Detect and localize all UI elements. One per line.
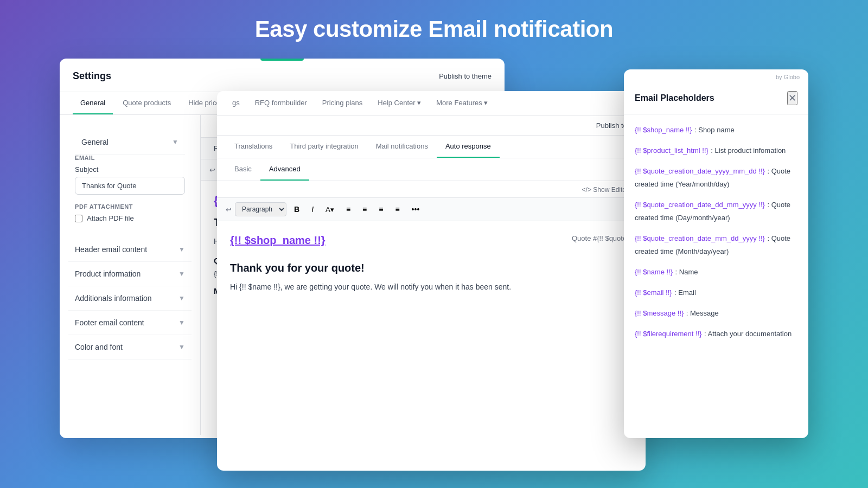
ar-header-row: {!! $shop_name !!} Quote #{!! $quote... xyxy=(230,234,633,255)
subject-input[interactable] xyxy=(75,177,185,195)
general-label: General xyxy=(81,138,108,146)
ar-tab-advanced[interactable]: Advanced xyxy=(260,158,309,181)
ar-tab-auto-response[interactable]: Auto response xyxy=(437,136,500,158)
ph-list: {!! $shop_name !!} : Shop name {!! $prod… xyxy=(624,114,808,438)
general-arrow: ▼ xyxy=(172,138,178,146)
ph-desc-0: : Shop name xyxy=(694,126,735,134)
sidebar-section-color[interactable]: Color and font ▼ xyxy=(68,335,192,359)
ar-align-left-btn[interactable]: ≡ xyxy=(342,203,355,216)
ar-nav-gs[interactable]: gs xyxy=(226,91,246,115)
ph-code-2: {!! $quote_creation_date_yyyy_mm_dd !!} xyxy=(635,167,765,175)
ar-email-body: Hi {!! $name !!}, we are getting your qu… xyxy=(230,281,633,293)
settings-sidebar: General ▼ EMAIL Subject PDF ATTACHMENT A… xyxy=(60,115,201,435)
ar-refresh-btn[interactable]: ↩ xyxy=(226,206,232,214)
ph-desc-5: : Name xyxy=(675,268,698,276)
ph-code-5: {!! $name !!} xyxy=(635,268,673,276)
attach-pdf-label: Attach PDF file xyxy=(87,214,134,222)
ar-more-btn[interactable]: ••• xyxy=(407,203,424,216)
attach-pdf-row: Attach PDF file xyxy=(75,214,185,222)
ar-nav-rfq[interactable]: RFQ formbuilder xyxy=(248,91,314,115)
ph-desc-7: : Message xyxy=(686,309,719,317)
sidebar-section-additionals[interactable]: Additionals information ▼ xyxy=(68,286,192,311)
ph-item-6: {!! $email !!} : Email xyxy=(635,286,797,299)
header-arrow: ▼ xyxy=(178,246,185,253)
ar-editor-content: {!! $shop_name !!} Quote #{!! $quote... … xyxy=(217,221,646,314)
ph-item-0: {!! $shop_name !!} : Shop name xyxy=(635,123,797,136)
ph-code-6: {!! $email !!} xyxy=(635,288,672,297)
ph-item-8: {!! $filerequirement !!} : Attach your d… xyxy=(635,327,797,340)
ar-nav-help[interactable]: Help Center ▾ xyxy=(371,91,427,115)
ui-container: Settings Publish to theme General Quote … xyxy=(60,59,808,454)
attach-pdf-checkbox[interactable] xyxy=(75,215,82,222)
ph-code-0: {!! $shop_name !!} xyxy=(635,126,692,134)
settings-title: Settings xyxy=(73,70,111,82)
color-font-label: Color and font xyxy=(75,343,123,351)
ar-tab-mail[interactable]: Mail notifications xyxy=(367,136,437,158)
undo-btn[interactable]: ↩ xyxy=(209,166,215,174)
ar-editor-tabs: Basic Advanced xyxy=(217,158,646,181)
ph-close-button[interactable]: ✕ xyxy=(787,91,797,105)
ph-desc-1: : List product infomation xyxy=(711,146,786,155)
ar-shop-name: {!! $shop_name !!} xyxy=(230,234,326,247)
ph-code-3: {!! $quote_creation_date_dd_mm_yyyy !!} xyxy=(635,201,765,209)
pdf-label: PDF ATTACHMENT xyxy=(75,203,185,210)
additionals-arrow: ▼ xyxy=(178,294,185,302)
ph-code-7: {!! $message !!} xyxy=(635,309,684,317)
ph-code-1: {!! $product_list_html !!} xyxy=(635,146,709,155)
ph-desc-6: : Email xyxy=(674,288,696,297)
ar-bold-btn[interactable]: B xyxy=(290,203,304,216)
publish-theme-button[interactable]: Publish to theme xyxy=(439,72,492,80)
ar-top-nav: gs RFQ formbuilder Pricing plans Help Ce… xyxy=(217,91,646,116)
ph-code-8: {!! $filerequirement !!} xyxy=(635,330,702,338)
subject-label: Subject xyxy=(75,165,185,174)
pdf-field-group: PDF ATTACHMENT Attach PDF file xyxy=(75,203,185,222)
header-email-label: Header email content xyxy=(75,245,147,254)
sidebar-section-general[interactable]: General ▼ xyxy=(75,130,185,155)
ar-publish-row: Publish to t... xyxy=(217,116,646,136)
ar-align-center-btn[interactable]: ≡ xyxy=(358,203,371,216)
email-field-group: EMAIL Subject xyxy=(75,155,185,195)
settings-header: Settings Publish to theme xyxy=(60,61,505,92)
ar-tab-translations[interactable]: Translations xyxy=(226,136,281,158)
product-arrow: ▼ xyxy=(178,270,185,278)
ph-item-1: {!! $product_list_html !!} : List produc… xyxy=(635,144,797,157)
ph-item-5: {!! $name !!} : Name xyxy=(635,265,797,278)
ph-item-7: {!! $message !!} : Message xyxy=(635,306,797,319)
ph-desc-8: : Attach your documentation xyxy=(704,330,792,338)
ar-align-justify-btn[interactable]: ≡ xyxy=(391,203,404,216)
page-title: Easy customize Email notification xyxy=(255,16,613,42)
general-expanded: General ▼ EMAIL Subject PDF ATTACHMENT A… xyxy=(68,124,192,237)
additionals-label: Additionals information xyxy=(75,294,152,303)
ar-show-editor-row: </> Show Editor xyxy=(217,181,646,198)
ar-tab-basic[interactable]: Basic xyxy=(226,158,260,181)
ar-tab-third-party[interactable]: Third party integration xyxy=(281,136,367,158)
ar-toolbar: ↩ Paragraph B I A▾ ≡ ≡ ≡ ≡ ••• xyxy=(217,198,646,221)
ar-email-heading: Thank you for your quote! xyxy=(230,262,633,274)
sidebar-section-header[interactable]: Header email content ▼ xyxy=(68,237,192,262)
sidebar-section-product[interactable]: Product information ▼ xyxy=(68,262,192,286)
email-label: EMAIL xyxy=(75,155,185,161)
ar-align-right-btn[interactable]: ≡ xyxy=(374,203,387,216)
by-globo: by Globo xyxy=(767,69,808,85)
sidebar-section-footer[interactable]: Footer email content ▼ xyxy=(68,311,192,335)
auto-response-panel: gs RFQ formbuilder Pricing plans Help Ce… xyxy=(217,91,646,471)
ph-item-3: {!! $quote_creation_date_dd_mm_yyyy !!} … xyxy=(635,198,797,224)
placeholders-panel: by Globo Email Placeholders ✕ {!! $shop_… xyxy=(624,69,808,438)
ph-item-2: {!! $quote_creation_date_yyyy_mm_dd !!} … xyxy=(635,164,797,190)
ph-header: Email Placeholders ✕ xyxy=(624,80,808,114)
ar-highlight-btn[interactable]: A▾ xyxy=(321,203,339,216)
color-arrow: ▼ xyxy=(178,343,185,351)
ph-title: Email Placeholders xyxy=(635,93,714,103)
ar-nav-pricing[interactable]: Pricing plans xyxy=(316,91,369,115)
ar-nav-more[interactable]: More Features ▾ xyxy=(430,91,494,115)
footer-email-label: Footer email content xyxy=(75,318,144,327)
ar-paragraph-select[interactable]: Paragraph xyxy=(235,202,286,216)
ar-sub-tabs: Translations Third party integration Mai… xyxy=(217,136,646,158)
ph-item-4: {!! $quote_creation_date_mm_dd_yyyy !!} … xyxy=(635,232,797,258)
tab-general[interactable]: General xyxy=(73,92,113,114)
footer-arrow: ▼ xyxy=(178,319,185,326)
ph-code-4: {!! $quote_creation_date_mm_dd_yyyy !!} xyxy=(635,234,765,242)
tab-quote-products[interactable]: Quote products xyxy=(115,92,178,114)
ar-italic-btn[interactable]: I xyxy=(307,203,318,216)
product-info-label: Product information xyxy=(75,269,141,278)
